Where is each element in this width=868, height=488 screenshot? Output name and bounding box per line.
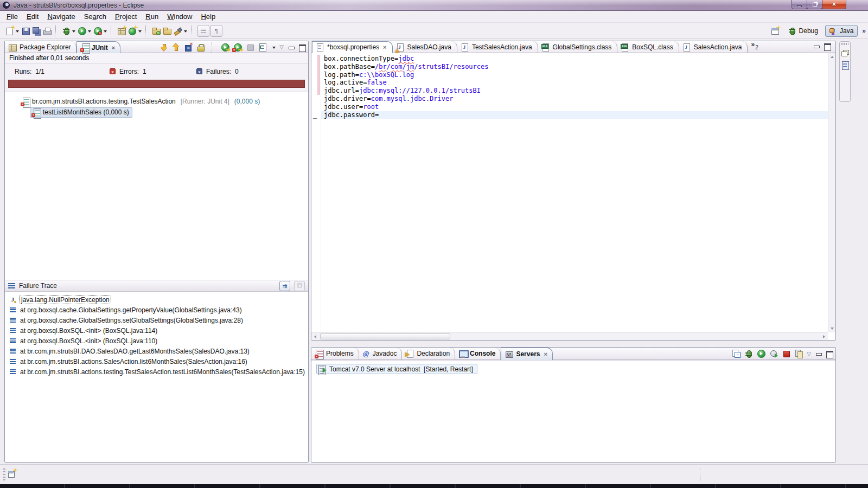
minimize-view-icon[interactable]: [815, 350, 822, 357]
editor-line[interactable]: jdbc.user=root: [321, 103, 828, 111]
outline-view-icon[interactable]: [841, 61, 849, 69]
editor-horizontal-scrollbar[interactable]: [311, 332, 828, 340]
restore-view-icon[interactable]: [841, 50, 849, 56]
editor-tab-salesdao-java[interactable]: SalesDAO.java: [393, 41, 457, 53]
publish-server-icon[interactable]: [794, 349, 803, 358]
window-close-button[interactable]: ×: [822, 0, 846, 9]
maximize-view-icon[interactable]: [826, 350, 833, 357]
failure-trace-item[interactable]: at org.boxsql.cache.GlobalSettings.getPr…: [5, 305, 308, 315]
view-tab-javadoc[interactable]: @Javadoc: [359, 348, 403, 359]
failure-trace-item[interactable]: at br.com.jm.strutsBI.actions.SalesActio…: [5, 356, 308, 367]
editor-line[interactable]: jdbc.password=: [321, 111, 828, 119]
show-failures-only-icon[interactable]: [184, 43, 193, 52]
start-server-icon[interactable]: [757, 349, 765, 358]
close-tab-icon[interactable]: ×: [383, 44, 386, 50]
editor-line[interactable]: log.path=c:\\boxSQL.log: [321, 71, 828, 79]
editor-body[interactable]: _ box.connectionType=jdbcbox.pathBase=/b…: [311, 53, 835, 340]
editor-tab-overflow[interactable]: » 2: [748, 41, 762, 53]
run-external-tools-button[interactable]: [92, 24, 108, 37]
window-minimize-button[interactable]: [792, 0, 807, 9]
menu-item-file[interactable]: File: [2, 11, 22, 22]
editor-tab-globalsettings-class[interactable]: GlobalSettings.class: [538, 41, 618, 53]
show-trace-in-console-button[interactable]: ⇉: [279, 281, 290, 291]
junit-status-line: Finished after 0,01 seconds: [5, 53, 308, 64]
view-tab-package-explorer[interactable]: Package Explorer: [5, 41, 76, 53]
eclipse-window: { "window": { "title": "Java - strutsBI/…: [0, 0, 868, 488]
new-java-project-button[interactable]: [116, 24, 127, 37]
perspective-debug-button[interactable]: Debug: [784, 25, 822, 37]
view-tab-console[interactable]: Console: [455, 348, 501, 359]
close-tab-icon[interactable]: ×: [112, 45, 115, 50]
menu-item-project[interactable]: Project: [111, 11, 141, 22]
maximize-editor-icon[interactable]: [824, 43, 831, 49]
open-type-button[interactable]: [151, 24, 162, 37]
menu-item-run[interactable]: Run: [141, 11, 163, 22]
history-dropdown-icon[interactable]: [272, 47, 276, 50]
editor-line[interactable]: box.pathBase=/br/com/jm/strutsBI/resourc…: [321, 63, 828, 71]
editor-vertical-scrollbar[interactable]: [828, 53, 835, 332]
server-row[interactable]: Tomcat v7.0 Server at localhost [Started…: [316, 364, 477, 374]
menu-item-edit[interactable]: Edit: [22, 11, 43, 22]
menu-item-navigate[interactable]: Navigate: [43, 11, 79, 22]
editor-tab-salesaction-java[interactable]: SalesAction.java: [679, 41, 748, 53]
junit-tree-item[interactable]: br.com.jm.strutsBI.actions.testing.TestS…: [5, 96, 308, 107]
view-tab-junit[interactable]: JUnit×: [76, 41, 120, 53]
failure-trace-item[interactable]: at org.boxsql.BoxSQL.<init> (BoxSQL.java…: [5, 336, 308, 346]
fast-view-icon[interactable]: [8, 469, 16, 478]
toggle-whitespace-button[interactable]: ¶: [210, 25, 222, 37]
editor-tab-boxsql-class[interactable]: BoxSQL.class: [617, 41, 679, 53]
new-class-button[interactable]: [127, 24, 143, 37]
open-perspective-button[interactable]: [770, 24, 781, 37]
menu-item-help[interactable]: Help: [196, 11, 220, 22]
failure-trace-item[interactable]: Jjava.lang.NullPointerException: [5, 294, 308, 305]
editor-tab-boxsql-properties[interactable]: *boxsql.properties×: [312, 41, 393, 53]
editor-line[interactable]: box.connectionType=jdbc: [321, 55, 828, 63]
print-button[interactable]: [42, 24, 53, 37]
editor-line[interactable]: jdbc.url=jdbc:mysql://127.0.0.1/strutsBI: [321, 87, 828, 95]
close-tab-icon[interactable]: ×: [544, 351, 547, 357]
save-button[interactable]: [20, 24, 31, 37]
search-button[interactable]: [173, 24, 188, 37]
window-restore-button[interactable]: [807, 0, 822, 9]
scrollbar-thumb[interactable]: [320, 333, 450, 339]
menu-item-search[interactable]: Search: [80, 11, 111, 22]
run-button[interactable]: [76, 24, 92, 37]
menu-item-window[interactable]: Window: [163, 11, 196, 22]
editor-line[interactable]: jdbc.driver=com.mysql.jdbc.Driver: [321, 95, 828, 103]
test-run-history-icon[interactable]: [258, 43, 267, 52]
failure-trace-item[interactable]: at org.boxsql.cache.GlobalSettings.setGl…: [5, 315, 308, 325]
collapse-all-icon[interactable]: [732, 349, 741, 358]
view-tab-problems[interactable]: Problems: [311, 348, 359, 359]
next-failed-test-icon[interactable]: [160, 43, 168, 52]
minimize-editor-icon[interactable]: [813, 43, 820, 49]
view-tab-servers[interactable]: Servers×: [501, 348, 552, 360]
editor-line[interactable]: log.active=false: [321, 79, 828, 87]
failure-trace-item[interactable]: at br.com.jm.strutsBI.DAO.SalesDAO.getLa…: [5, 346, 308, 356]
toggle-mark-occurrences-button[interactable]: [197, 25, 209, 37]
previous-failed-test-icon[interactable]: [172, 43, 180, 52]
maximize-view-icon[interactable]: [298, 44, 305, 50]
stop-server-icon[interactable]: [782, 349, 790, 358]
failure-trace-item[interactable]: at br.com.jm.strutsBI.actions.testing.Te…: [5, 367, 308, 377]
perspective-overflow-chevron[interactable]: »: [862, 27, 866, 35]
junit-tree-item[interactable]: testList6MonthSales (0,000 s): [5, 107, 308, 118]
new-button[interactable]: [4, 24, 20, 37]
debug-server-icon[interactable]: [744, 349, 753, 358]
view-menu-icon[interactable]: ▽: [279, 44, 284, 50]
view-menu-icon[interactable]: ▽: [807, 351, 811, 357]
debug-button[interactable]: [61, 24, 76, 37]
perspective-java-button[interactable]: Java: [825, 25, 858, 37]
editor-tab-testsalesaction-java[interactable]: TestSalesAction.java: [457, 41, 538, 53]
save-all-button[interactable]: [31, 24, 42, 37]
minimize-view-icon[interactable]: [288, 44, 295, 50]
scroll-lock-icon[interactable]: [196, 43, 205, 52]
view-tab-declaration[interactable]: Declaration: [402, 348, 455, 359]
title-bar: Java - strutsBI/src/boxsql.properties - …: [0, 0, 868, 11]
drag-handle[interactable]: [841, 43, 848, 45]
failure-trace-item[interactable]: at org.boxsql.BoxSQL.<init> (BoxSQL.java…: [5, 325, 308, 336]
rerun-failed-first-icon[interactable]: ×: [233, 43, 242, 52]
rerun-test-icon[interactable]: [221, 43, 229, 52]
stack-frame-icon: [10, 349, 16, 354]
open-resource-button[interactable]: [162, 24, 173, 37]
profile-server-icon[interactable]: [769, 349, 778, 358]
